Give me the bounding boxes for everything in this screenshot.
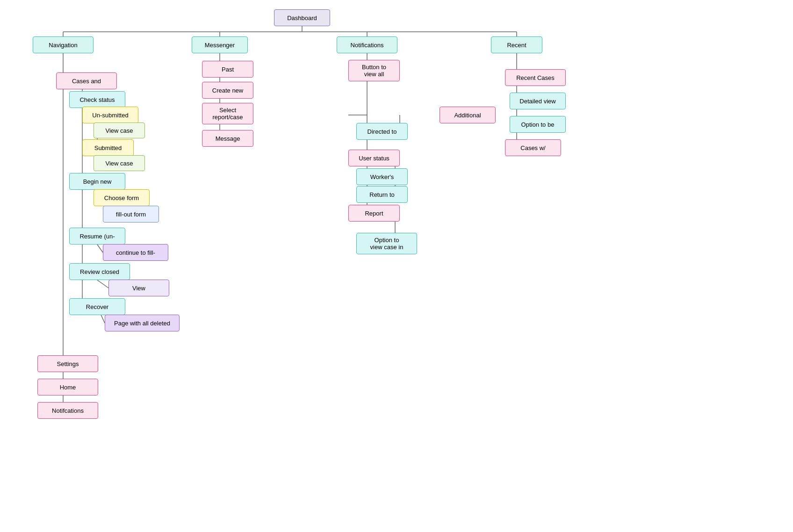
recent-node: Recent (491, 36, 542, 53)
home-node: Home (37, 379, 98, 395)
continue-fill-node: continue to fill- (103, 244, 168, 261)
select-report-node: Select report/case (202, 103, 253, 124)
view-closed-node: View (108, 280, 169, 296)
page-deleted-node: Page with all deleted (105, 315, 180, 331)
user-status-node: User status (348, 150, 400, 166)
button-view-all-node: Button to view all (348, 60, 400, 81)
begin-new-node: Begin new (69, 173, 125, 190)
option-view-case-node: Option to view case in (356, 233, 417, 254)
past-node: Past (202, 61, 253, 78)
resume-node: Resume (un- (69, 228, 125, 244)
workers-node: Worker's (356, 168, 408, 185)
cases-w-node: Cases w/ (505, 139, 561, 156)
notifcations-node: Notifcations (37, 402, 98, 419)
submitted-node: Submitted (82, 139, 134, 156)
unsubmitted-node: Un-submitted (82, 107, 138, 123)
svg-line-25 (97, 244, 103, 252)
notifications-node: Notifications (337, 36, 397, 53)
cases-and-node: Cases and (56, 72, 117, 89)
additional-node: Additional (440, 107, 496, 123)
dashboard-node: Dashboard (274, 9, 330, 26)
view-case-uns-node: View case (94, 122, 145, 138)
choose-form-node: Choose form (94, 189, 150, 206)
svg-line-26 (97, 280, 108, 288)
navigation-node: Navigation (33, 36, 94, 53)
messenger-node: Messenger (192, 36, 248, 53)
check-status-node: Check status (69, 91, 125, 108)
settings-node: Settings (37, 355, 98, 372)
message-node: Message (202, 130, 253, 147)
fillout-form-node: fill-out form (103, 206, 159, 223)
diagram: DashboardNavigationMessengerNotification… (0, 0, 793, 532)
option-to-be-node: Option to be (510, 116, 566, 133)
report-node: Report (348, 205, 400, 222)
review-closed-node: Review closed (69, 263, 130, 280)
recover-node: Recover (69, 298, 125, 315)
view-case-sub-node: View case (94, 155, 145, 171)
create-new-node: Create new (202, 82, 253, 99)
return-to-node: Return to (356, 186, 408, 203)
detailed-view-node: Detailed view (510, 93, 566, 109)
recent-cases-node: Recent Cases (505, 69, 566, 86)
directed-to-node: Directed to (356, 123, 408, 140)
